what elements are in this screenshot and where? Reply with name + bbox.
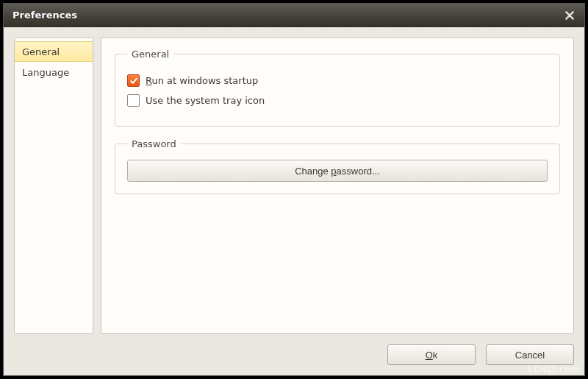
group-general: General Run at windows startup Use the s… xyxy=(115,49,560,127)
group-legend: General xyxy=(127,49,173,60)
option-label: Use the system tray icon xyxy=(146,95,265,106)
preferences-window: Preferences General Language General xyxy=(3,3,585,376)
sidebar: General Language xyxy=(14,38,93,334)
group-legend: Password xyxy=(127,138,181,149)
tab-language[interactable]: Language xyxy=(15,62,93,82)
checkbox-system-tray[interactable] xyxy=(127,94,140,107)
option-system-tray[interactable]: Use the system tray icon xyxy=(127,94,548,107)
window-title: Preferences xyxy=(12,10,561,21)
ok-button[interactable]: Ok xyxy=(387,344,476,365)
checkbox-run-at-startup[interactable] xyxy=(127,74,140,87)
cancel-button[interactable]: Cancel xyxy=(486,344,574,365)
group-password: Password Change password... xyxy=(115,138,560,194)
titlebar[interactable]: Preferences xyxy=(4,4,584,27)
option-label: Run at windows startup xyxy=(146,75,258,86)
content-panel: General Run at windows startup Use the s… xyxy=(101,38,574,334)
main-area: General Language General Run at windows … xyxy=(14,38,574,334)
dialog-footer: Ok Cancel xyxy=(14,334,574,365)
option-run-at-startup[interactable]: Run at windows startup xyxy=(127,74,548,87)
close-icon[interactable] xyxy=(561,9,578,22)
tab-label: Language xyxy=(22,67,69,78)
window-body: General Language General Run at windows … xyxy=(4,27,584,375)
tab-label: General xyxy=(22,46,60,57)
tab-general[interactable]: General xyxy=(15,41,93,62)
change-password-button[interactable]: Change password... xyxy=(127,160,548,182)
